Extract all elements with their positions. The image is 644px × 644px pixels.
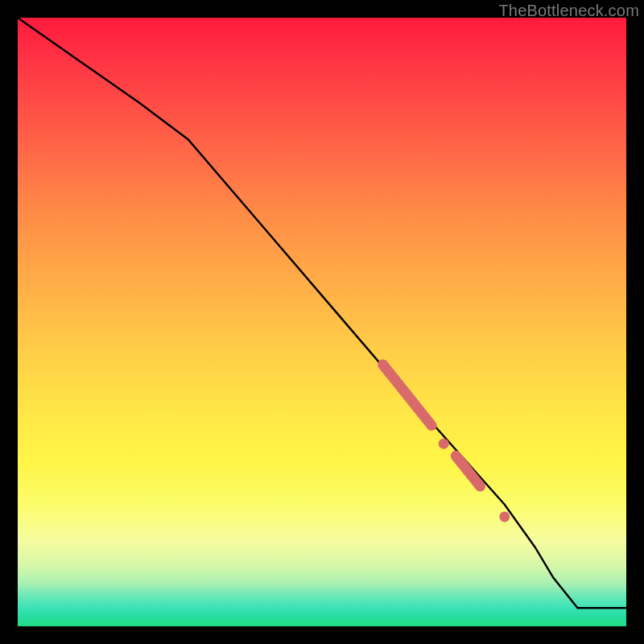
chart-overlay [18, 18, 626, 626]
marker-dot-low [499, 511, 510, 522]
main-curve [18, 18, 626, 608]
marker-dot-mid [439, 439, 449, 449]
marker-cluster-upper [383, 365, 431, 426]
watermark-text: TheBottleneck.com [498, 2, 639, 20]
marker-cluster-lower [456, 456, 480, 486]
markers-group [383, 365, 510, 522]
chart-stage: TheBottleneck.com [0, 0, 644, 644]
